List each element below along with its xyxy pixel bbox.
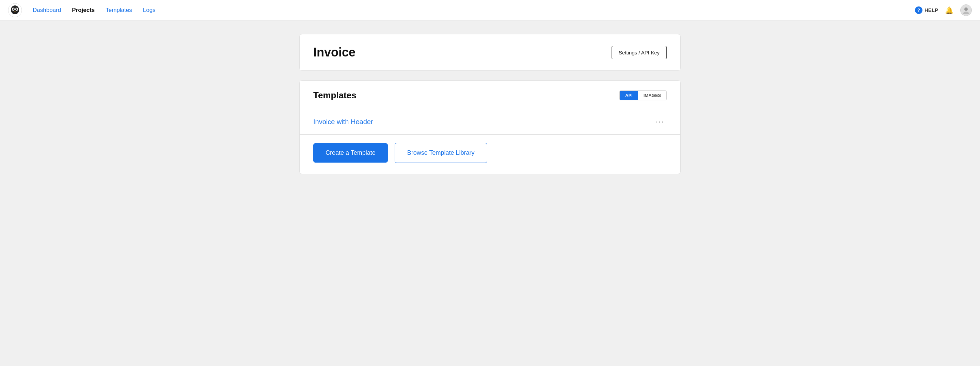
create-template-button[interactable]: Create a Template bbox=[313, 143, 388, 163]
logo[interactable] bbox=[8, 3, 22, 17]
nav-dashboard[interactable]: Dashboard bbox=[33, 7, 61, 14]
svg-point-5 bbox=[16, 8, 18, 10]
view-toggle: API IMAGES bbox=[619, 90, 667, 100]
template-item-row: Invoice with Header ··· bbox=[300, 109, 680, 135]
navbar: Dashboard Projects Templates Logs ? HELP… bbox=[0, 0, 980, 21]
help-label: HELP bbox=[924, 7, 938, 13]
avatar[interactable] bbox=[960, 5, 972, 16]
invoice-title: Invoice bbox=[313, 45, 355, 60]
templates-card: Templates API IMAGES Invoice with Header… bbox=[299, 80, 681, 174]
svg-point-8 bbox=[963, 11, 969, 14]
invoice-with-header-link[interactable]: Invoice with Header bbox=[313, 118, 373, 126]
actions-row: Create a Template Browse Template Librar… bbox=[300, 135, 680, 174]
invoice-header-card: Invoice Settings / API Key bbox=[299, 34, 681, 71]
nav-logs[interactable]: Logs bbox=[143, 7, 156, 14]
navbar-right: ? HELP 🔔 bbox=[915, 5, 972, 16]
help-button[interactable]: ? HELP bbox=[915, 6, 938, 14]
browse-template-library-button[interactable]: Browse Template Library bbox=[395, 143, 487, 163]
templates-title: Templates bbox=[313, 90, 356, 101]
template-options-button[interactable]: ··· bbox=[653, 116, 667, 128]
svg-point-7 bbox=[964, 8, 968, 11]
settings-api-key-button[interactable]: Settings / API Key bbox=[612, 46, 667, 59]
toggle-api-button[interactable]: API bbox=[620, 91, 638, 100]
templates-header: Templates API IMAGES bbox=[300, 81, 680, 109]
bell-icon[interactable]: 🔔 bbox=[945, 6, 953, 14]
nav-templates[interactable]: Templates bbox=[105, 7, 132, 14]
toggle-images-button[interactable]: IMAGES bbox=[638, 91, 667, 100]
nav-projects[interactable]: Projects bbox=[72, 7, 95, 14]
main-content: Invoice Settings / API Key Templates API… bbox=[293, 21, 687, 197]
help-icon: ? bbox=[915, 6, 923, 14]
nav-links: Dashboard Projects Templates Logs bbox=[33, 7, 915, 14]
svg-point-4 bbox=[13, 8, 14, 10]
